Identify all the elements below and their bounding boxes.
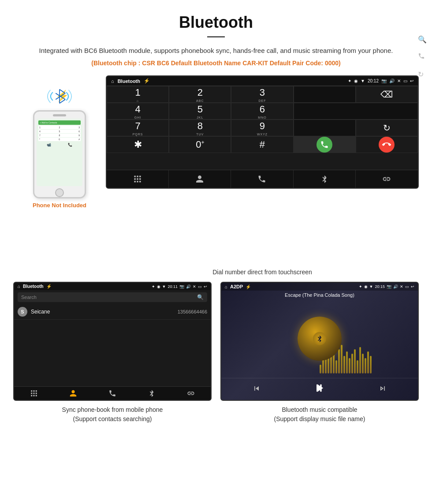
pb-contact-row[interactable]: S Seicane 13566664466 <box>14 304 211 320</box>
music-back-icon[interactable]: ↩ <box>411 284 414 289</box>
key-4[interactable]: 4GHI <box>107 103 169 119</box>
link-button[interactable] <box>356 170 418 188</box>
contact-name: Seicane <box>31 309 178 315</box>
music-sig-icon: ▼ <box>369 284 373 289</box>
camera-icon[interactable]: 📷 <box>381 78 387 83</box>
music-win-icon[interactable]: ▭ <box>405 284 409 289</box>
window-icon[interactable]: ▭ <box>403 78 407 83</box>
music-controls <box>221 378 418 400</box>
music-sb-left: ⌂ A2DP ⚡ <box>225 284 251 289</box>
key-3[interactable]: 3DEF <box>231 86 293 103</box>
music-disc-inner <box>313 332 326 345</box>
music-disc <box>298 317 342 361</box>
pb-time: 20:11 <box>168 284 178 289</box>
music-screenshot-wrap: ⌂ A2DP ⚡ ✦ ◉ ▼ 20:15 📷 🔊 ✕ ▭ ↩ <box>220 282 419 424</box>
contacts-button[interactable] <box>169 170 231 188</box>
key-5[interactable]: 5JKL <box>169 103 231 119</box>
svg-rect-19 <box>33 393 34 394</box>
close-icon[interactable]: ✕ <box>397 78 401 83</box>
pb-back-icon[interactable]: ↩ <box>204 284 207 289</box>
pb-search-bar[interactable]: Search 🔍 <box>18 292 207 302</box>
phone-screen: + Add to Contacts 123 456 789 *0# 📹 📞 <box>37 119 82 186</box>
back-icon[interactable]: ↩ <box>410 78 413 83</box>
key-star[interactable]: ✱ <box>107 136 169 153</box>
ps-row: 789 <box>38 134 81 137</box>
dial-screen: ⌂ Bluetooth ⚡ ✦ ◉ ▼ 20:12 📷 🔊 ✕ ▭ ↩ <box>106 75 419 189</box>
phone-home-button <box>55 188 64 197</box>
page-title: Bluetooth <box>26 13 406 32</box>
music-album-area <box>221 299 418 378</box>
ps-header: + Add to Contacts <box>38 120 81 125</box>
middle-section: ⚡ + Add to Contacts 123 456 <box>0 71 432 265</box>
music-vol-icon[interactable]: 🔊 <box>393 284 398 289</box>
pb-apps-btn[interactable] <box>14 389 53 397</box>
usb-icon: ⚡ <box>144 78 150 84</box>
key-6[interactable]: 6MNO <box>231 103 293 119</box>
pb-x-icon[interactable]: ✕ <box>193 284 196 289</box>
header-section: Bluetooth Integrated with BC6 Bluetooth … <box>0 0 432 71</box>
home-icon[interactable]: ⌂ <box>111 78 114 84</box>
pb-win-icon[interactable]: ▭ <box>198 284 202 289</box>
pb-bluetooth-btn[interactable] <box>132 389 171 397</box>
phone-mockup: + Add to Contacts 123 456 789 *0# 📹 📞 <box>33 110 86 198</box>
display-area <box>294 86 356 103</box>
bt-icon: ✦ <box>348 78 351 83</box>
pb-statusbar: ⌂ Bluetooth ⚡ ✦ ◉ ▼ 20:11 📷 🔊 ✕ ▭ ↩ <box>14 283 211 290</box>
phonebook-screenshot-wrap: ⌂ Bluetooth ⚡ ✦ ◉ ▼ 20:11 📷 🔊 ✕ ▭ ↩ <box>13 282 212 424</box>
call-button[interactable] <box>294 136 356 153</box>
key-1[interactable]: 1⌂ <box>107 86 169 103</box>
key-7[interactable]: 7PQRS <box>107 119 169 136</box>
pb-home-icon[interactable]: ⌂ <box>18 284 20 289</box>
svg-rect-18 <box>31 393 32 394</box>
apps-button[interactable] <box>107 170 169 188</box>
music-statusbar: ⌂ A2DP ⚡ ✦ ◉ ▼ 20:15 📷 🔊 ✕ ▭ ↩ <box>221 283 418 291</box>
key-8[interactable]: 8TUV <box>169 119 231 136</box>
ps-row: 456 <box>38 130 81 133</box>
end-call-button[interactable] <box>356 136 418 153</box>
phone-button[interactable] <box>231 170 293 188</box>
music-screen-title: A2DP <box>230 284 243 289</box>
music-caption: Bluetooth music compatible(Support displ… <box>220 405 419 424</box>
phone-speaker <box>53 114 66 116</box>
svg-rect-21 <box>31 395 32 396</box>
bluetooth-waves: ⚡ <box>44 84 75 110</box>
pb-link-btn[interactable] <box>171 389 211 397</box>
screen-title: Bluetooth <box>118 78 140 84</box>
pb-search-placeholder: Search <box>21 295 197 300</box>
pb-bottom-bar <box>14 386 211 400</box>
pb-sig-icon: ▼ <box>162 284 166 289</box>
pb-contact-btn[interactable] <box>53 389 93 397</box>
backspace-button[interactable]: ⌫ <box>356 86 418 103</box>
pb-phone-btn[interactable] <box>93 389 132 397</box>
display-area-2 <box>294 103 418 119</box>
music-sb-right: ✦ ◉ ▼ 20:15 📷 🔊 ✕ ▭ ↩ <box>359 284 414 289</box>
pb-sb-left: ⌂ Bluetooth ⚡ <box>18 284 52 289</box>
phone-bottom <box>34 188 85 197</box>
header-description: Integrated with BC6 Bluetooth module, su… <box>26 45 406 56</box>
music-home-icon[interactable]: ⌂ <box>225 284 227 289</box>
key-hash[interactable]: # <box>231 136 293 153</box>
music-screenshot: ⌂ A2DP ⚡ ✦ ◉ ▼ 20:15 📷 🔊 ✕ ▭ ↩ <box>220 282 419 401</box>
pb-usb-icon: ⚡ <box>46 284 52 289</box>
pb-cam-icon[interactable]: 📷 <box>179 284 184 289</box>
pb-vol-icon[interactable]: 🔊 <box>186 284 191 289</box>
svg-rect-7 <box>137 176 138 177</box>
bluetooth-button[interactable] <box>294 170 356 188</box>
header-divider <box>207 36 225 37</box>
next-button[interactable] <box>378 384 387 395</box>
prev-button[interactable] <box>252 384 261 395</box>
svg-rect-22 <box>33 395 34 396</box>
music-cam-icon[interactable]: 📷 <box>387 284 391 289</box>
play-pause-button[interactable] <box>313 382 326 396</box>
dial-grid: 1⌂ 2ABC 3DEF ⌫ 4GHI 5JKL <box>107 86 418 170</box>
svg-rect-17 <box>35 390 37 392</box>
volume-icon[interactable]: 🔊 <box>389 78 395 83</box>
pb-title: Bluetooth <box>23 284 44 289</box>
key-0[interactable]: 0+ <box>169 136 231 153</box>
key-9[interactable]: 9WXYZ <box>231 119 293 136</box>
music-x-icon[interactable]: ✕ <box>400 284 403 289</box>
svg-rect-9 <box>134 178 136 179</box>
refresh-button[interactable]: ↻ <box>356 119 418 136</box>
svg-rect-14 <box>139 181 141 182</box>
key-2[interactable]: 2ABC <box>169 86 231 103</box>
